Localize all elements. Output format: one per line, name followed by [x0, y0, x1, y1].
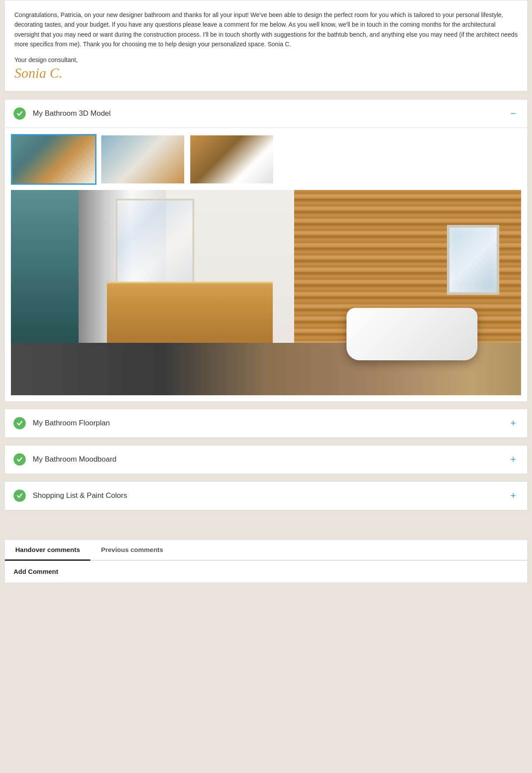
accordion-title-3d-model: My Bathroom 3D Model	[33, 109, 508, 118]
accordion-toggle-3d-model[interactable]: −	[508, 109, 518, 118]
main-bathroom-image	[11, 190, 521, 395]
tab-previous-comments[interactable]: Previous comments	[90, 540, 174, 561]
add-comment-section: Add Comment	[5, 561, 527, 583]
model-content	[5, 128, 527, 401]
page-wrapper: Congratulations, Patricia, on your new d…	[0, 0, 532, 583]
vanity-cabinet	[107, 282, 273, 343]
thumb-image-3	[190, 135, 273, 183]
thumb-image-2	[101, 135, 184, 183]
bathtub	[347, 308, 477, 360]
window	[447, 225, 499, 295]
check-icon-3d-model	[14, 107, 26, 120]
checkmark-svg-moodboard	[16, 456, 23, 463]
accordion-moodboard: My Bathroom Moodboard +	[4, 445, 528, 474]
checkmark-svg-shopping	[16, 492, 23, 499]
accordion-title-floorplan: My Bathroom Floorplan	[33, 419, 508, 428]
tabs-row: Handover comments Previous comments	[5, 540, 527, 561]
accordion-header-moodboard[interactable]: My Bathroom Moodboard +	[5, 445, 527, 474]
thumb-image-1	[12, 135, 95, 183]
accordion-header-shopping[interactable]: Shopping List & Paint Colors +	[5, 482, 527, 510]
accordion-3d-model: My Bathroom 3D Model −	[4, 99, 528, 402]
accordion-floorplan: My Bathroom Floorplan +	[4, 409, 528, 438]
accordion-toggle-moodboard[interactable]: +	[508, 455, 518, 464]
letter-sign-label: Your design consultant,	[14, 56, 518, 63]
thumbnail-1[interactable]	[11, 134, 96, 185]
accordion-toggle-shopping[interactable]: +	[508, 491, 518, 500]
thumbnail-3[interactable]	[189, 134, 275, 185]
bathroom-scene	[11, 190, 521, 395]
check-icon-moodboard	[14, 453, 26, 466]
letter-body: Congratulations, Patricia, on your new d…	[14, 10, 518, 49]
thumbnails-row	[11, 134, 521, 185]
accordion-shopping: Shopping List & Paint Colors +	[4, 481, 528, 511]
tab-handover-comments[interactable]: Handover comments	[5, 540, 90, 561]
checkmark-svg	[16, 110, 23, 117]
letter-section: Congratulations, Patricia, on your new d…	[4, 0, 528, 91]
check-icon-floorplan	[14, 417, 26, 429]
add-comment-label[interactable]: Add Comment	[14, 568, 58, 575]
accordion-title-moodboard: My Bathroom Moodboard	[33, 455, 508, 464]
accordion-header-3d-model[interactable]: My Bathroom 3D Model −	[5, 100, 527, 128]
spacer	[0, 518, 532, 531]
accordion-title-shopping: Shopping List & Paint Colors	[33, 491, 508, 500]
checkmark-svg-floorplan	[16, 420, 23, 427]
mirror	[116, 199, 194, 295]
letter-signature: Sonia C.	[14, 65, 518, 81]
comments-section: Handover comments Previous comments Add …	[4, 539, 528, 583]
accordion-toggle-floorplan[interactable]: +	[508, 418, 518, 428]
thumbnail-2[interactable]	[100, 134, 185, 185]
check-icon-shopping	[14, 490, 26, 502]
accordion-header-floorplan[interactable]: My Bathroom Floorplan +	[5, 409, 527, 438]
